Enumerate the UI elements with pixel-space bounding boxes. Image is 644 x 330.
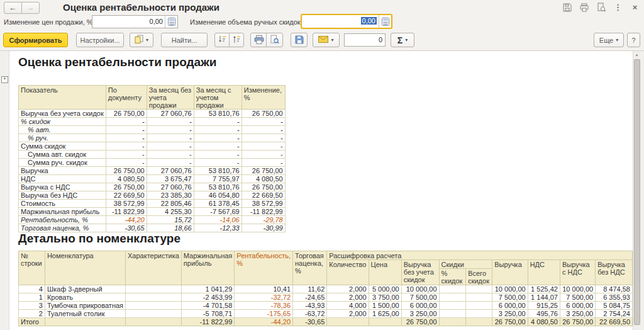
cell[interactable]: 7 500,00 xyxy=(560,293,595,302)
vertical-scrollbar[interactable]: ▲ xyxy=(633,51,640,330)
cell[interactable]: Выручка без учета скидок xyxy=(19,110,106,118)
cell[interactable] xyxy=(439,310,466,318)
column-header[interactable]: Выручка с НДС xyxy=(560,260,595,285)
cell[interactable]: 7 755,97 xyxy=(194,175,242,183)
cell[interactable]: - xyxy=(147,134,194,142)
cell[interactable]: -30,65 xyxy=(293,318,327,326)
cell[interactable]: 27 060,76 xyxy=(147,183,194,191)
cell[interactable]: Рентабельность, % xyxy=(19,216,106,224)
cell[interactable]: -7 567,69 xyxy=(194,208,242,216)
column-header[interactable]: По документу xyxy=(106,86,147,110)
cell[interactable]: -4 701,58 xyxy=(181,302,235,310)
cell[interactable]: 1 625,00 xyxy=(369,310,401,318)
cell[interactable] xyxy=(466,285,492,293)
preview-icon[interactable] xyxy=(596,2,606,13)
cell[interactable]: -175,65 xyxy=(235,310,293,318)
cell[interactable]: 2 xyxy=(19,310,45,318)
cell[interactable]: - xyxy=(147,142,194,151)
cell[interactable]: 27 060,76 xyxy=(147,110,194,118)
cell[interactable]: Стоимость xyxy=(19,200,106,208)
price-change-input[interactable]: 0,00 xyxy=(92,16,165,28)
print-icon[interactable] xyxy=(579,2,589,13)
cell[interactable]: 1 041,29 xyxy=(181,285,235,293)
cell[interactable]: - xyxy=(106,134,147,142)
collapse-groups-button[interactable] xyxy=(214,33,230,47)
cell[interactable]: 495,76 xyxy=(528,310,560,318)
column-header[interactable]: Показатель xyxy=(19,86,106,110)
cell[interactable]: 1 xyxy=(19,293,45,302)
cell[interactable]: 38 572,99 xyxy=(106,200,147,208)
discount-change-input[interactable]: 0,00 xyxy=(361,17,377,25)
cell[interactable]: 5 000,00 xyxy=(369,285,401,293)
cell[interactable]: -5 708,71 xyxy=(181,310,235,318)
cell[interactable]: Кровать xyxy=(45,293,125,302)
save-icon[interactable] xyxy=(562,2,572,13)
cell[interactable]: 26 750,00 xyxy=(106,167,147,175)
column-header[interactable]: Маржинальная прибыль xyxy=(181,251,235,285)
column-header[interactable]: № строки xyxy=(19,251,45,285)
cell[interactable]: 2,000 xyxy=(327,293,369,302)
column-header[interactable]: НДС xyxy=(528,260,560,285)
column-header[interactable]: Цена xyxy=(369,260,401,285)
send-mail-button[interactable]: ▾ xyxy=(313,33,340,47)
cell[interactable]: - xyxy=(242,134,285,142)
column-header[interactable]: За месяц без учета продажи xyxy=(147,86,194,110)
cell[interactable]: 1 525,42 xyxy=(528,285,560,293)
cell[interactable]: - xyxy=(194,151,242,159)
cell[interactable]: 3 250,00 xyxy=(560,310,595,318)
cell[interactable]: 46 054,80 xyxy=(194,191,242,200)
cell[interactable] xyxy=(327,318,369,326)
cell[interactable]: 26 750,00 xyxy=(242,183,285,191)
cell[interactable] xyxy=(439,318,466,326)
cell[interactable]: 6 000,00 xyxy=(401,302,439,310)
report-variants-button[interactable]: ▾ xyxy=(130,33,153,47)
cell[interactable]: % авт. xyxy=(19,126,106,134)
cell[interactable] xyxy=(466,318,492,326)
cell[interactable]: 3 250,00 xyxy=(401,310,439,318)
column-header[interactable]: Рентабельность, % xyxy=(235,251,293,285)
cell[interactable]: 26 750,00 xyxy=(242,167,285,175)
cell[interactable]: - xyxy=(147,126,194,134)
cell[interactable]: 10 000,00 xyxy=(401,285,439,293)
cell[interactable]: - xyxy=(242,118,285,126)
cell[interactable]: 3 750,00 xyxy=(369,293,401,302)
column-header[interactable]: Выручка без учета скидок xyxy=(401,260,439,285)
cell[interactable]: 6 000,00 xyxy=(560,302,595,310)
cell[interactable]: - xyxy=(242,151,285,159)
cell[interactable] xyxy=(45,318,125,326)
cell[interactable]: 53 810,76 xyxy=(194,167,242,175)
cell[interactable]: - xyxy=(194,142,242,151)
cell[interactable]: Туалетный столик xyxy=(45,310,125,318)
save-report-button[interactable] xyxy=(291,33,308,47)
calculator-icon[interactable] xyxy=(165,16,177,28)
cell[interactable]: Сумма скидок xyxy=(19,142,106,151)
cell[interactable]: - xyxy=(106,118,147,126)
cell[interactable]: - xyxy=(106,126,147,134)
column-header[interactable]: Выручка без НДС xyxy=(596,260,633,285)
cell[interactable]: 26 750,00 xyxy=(106,183,147,191)
cell[interactable]: - xyxy=(194,118,242,126)
cell[interactable]: - xyxy=(194,126,242,134)
column-header[interactable]: Количество xyxy=(327,260,369,285)
cell[interactable] xyxy=(439,285,466,293)
cell[interactable]: -30,65 xyxy=(106,224,147,232)
cell[interactable]: - xyxy=(194,134,242,142)
cell[interactable]: -29,78 xyxy=(242,216,285,224)
cell[interactable]: -43,93 xyxy=(293,302,327,310)
scroll-up-icon[interactable]: ▲ xyxy=(633,51,640,59)
cell[interactable]: 18,66 xyxy=(147,224,194,232)
column-header[interactable]: % скидок xyxy=(439,269,466,285)
cell[interactable] xyxy=(126,318,182,326)
cell[interactable]: Сумма руч. скидок xyxy=(19,159,106,167)
column-header[interactable]: За месяц с учетом продажи xyxy=(194,86,242,110)
cell[interactable]: - xyxy=(242,159,285,167)
cell[interactable]: 2,000 xyxy=(327,285,369,293)
cell[interactable]: 10 000,00 xyxy=(492,285,528,293)
column-header[interactable]: Расшифровка расчета xyxy=(327,251,633,260)
cell[interactable]: -32,72 xyxy=(235,293,293,302)
cell[interactable]: 22 669,50 xyxy=(242,191,285,200)
cell[interactable]: -78,36 xyxy=(235,302,293,310)
cell[interactable]: 26 750,00 xyxy=(106,110,147,118)
cell[interactable] xyxy=(466,310,492,318)
cell[interactable]: 4,000 xyxy=(327,302,369,310)
